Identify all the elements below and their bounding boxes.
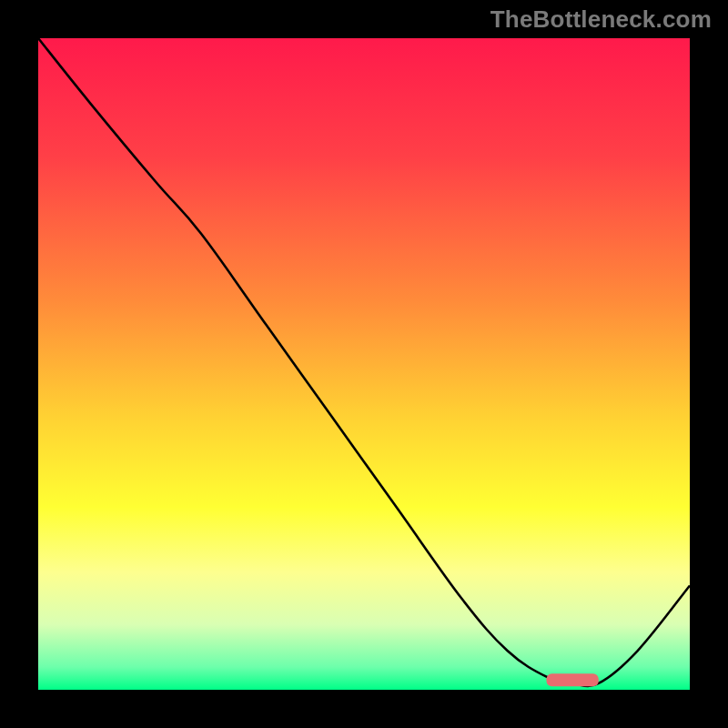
gradient-background: [38, 38, 690, 690]
plot-area: [38, 38, 690, 690]
chart-frame: TheBottleneck.com: [0, 0, 728, 728]
watermark-text: TheBottleneck.com: [490, 5, 712, 34]
plot-svg: [38, 38, 690, 690]
highlight-marker: [546, 673, 598, 686]
